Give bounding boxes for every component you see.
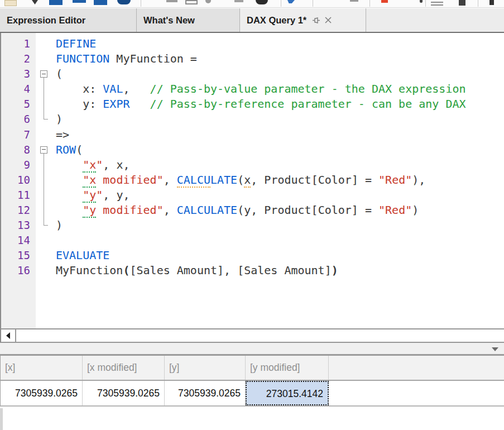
toolbar-icon-fragment[interactable] [94,0,107,5]
toolbar-icon-fragment[interactable] [117,0,131,4]
code-line[interactable]: 16MyFunction([Sales Amount], [Sales Amou… [1,263,504,278]
column-header[interactable]: [x] [1,356,83,380]
toolbar-separator [313,0,313,7]
code-text: ) [56,218,63,233]
code-line[interactable]: 1DEFINE [1,36,504,51]
code-line[interactable]: 8ROW( [1,142,504,157]
code-line[interactable]: 14 [1,233,504,248]
line-number: 15 [1,248,36,263]
window-edge [0,408,3,430]
toolbar-separator [281,0,281,7]
scroll-left-arrow-icon [6,332,10,339]
toolbar-icon-fragment[interactable] [185,0,198,4]
line-number: 8 [1,142,36,157]
tab-dax-query-1[interactable]: DAX Query 1* [240,8,366,32]
code-text: => [56,127,69,142]
column-header[interactable]: [x modified] [83,356,165,380]
code-line[interactable]: 10 "x modified", CALCULATE(x, Product[Co… [1,173,504,188]
toolbar-icon-fragment[interactable] [32,0,38,4]
results-grid-row: 7305939.02657305939.02657305939.02652730… [0,381,504,407]
fold-margin [36,97,56,112]
fold-margin [36,203,56,218]
toolbar-icon-fragment[interactable] [73,0,86,3]
code-line[interactable]: 3( [1,66,504,82]
toolbar-icon-fragment[interactable] [256,0,268,4]
toolbar-icon-fragment[interactable] [234,0,243,2]
results-grid-header: [x][x modified][y][y modified] [0,356,504,381]
tab-expression-editor[interactable]: Expression Editor [0,8,137,32]
line-number: 12 [1,203,36,218]
toolbar-icon-fragment[interactable] [489,0,494,5]
fold-collapse-icon[interactable] [36,142,56,157]
code-text: "y modified", CALCULATE(y, Product[Color… [56,203,419,218]
results-splitter[interactable] [0,343,504,356]
toolbar-icon-fragment[interactable] [431,2,443,3]
code-line[interactable]: 11 "y", y, [1,188,504,203]
line-number: 4 [1,82,36,97]
code-text: ( [56,66,63,82]
result-cell-selected[interactable]: 273015.4142 [246,381,329,405]
toolbar-icon-fragment[interactable] [350,0,358,2]
result-cell[interactable]: 7305939.0265 [1,381,83,405]
toolbar-separator [425,0,426,7]
line-number: 11 [1,188,36,203]
fold-collapse-icon[interactable] [36,66,56,82]
pin-icon[interactable] [312,16,320,25]
close-icon[interactable] [324,16,332,24]
line-number: 7 [1,127,36,142]
toolbar-strip [0,0,504,8]
code-line[interactable]: 7=> [1,127,504,142]
code-line[interactable]: 13) [1,218,504,233]
line-number: 9 [1,157,36,173]
line-number: 10 [1,173,36,188]
code-text: x: VAL, // Pass-by-value parameter - the… [56,82,466,97]
scroll-left-button[interactable] [1,329,16,342]
fold-margin [36,233,56,248]
code-line[interactable]: 6) [1,112,504,127]
toolbar-icon-fragment[interactable] [420,0,423,3]
code-line[interactable]: 4 x: VAL, // Pass-by-value parameter - t… [1,82,504,97]
tab-label: Expression Editor [7,15,85,26]
fold-margin [36,127,56,142]
fold-margin [36,157,56,173]
toolbar-icon-fragment[interactable] [205,0,211,3]
results-grid: [x][x modified][y][y modified] 7305939.0… [0,356,504,407]
code-line[interactable]: 15EVALUATE [1,248,504,263]
toolbar-icon-fragment[interactable] [287,0,295,3]
code-text: ROW( [56,142,83,157]
fold-margin [36,51,56,66]
document-tab-bar: Expression EditorWhat's NewDAX Query 1* [0,8,504,33]
code-text: FUNCTION MyFunction = [56,51,197,66]
toolbar-separator [478,0,478,7]
code-text: ) [56,112,63,127]
column-header[interactable]: [y modified] [246,356,329,380]
code-line[interactable]: 9 "x", x, [1,157,504,173]
code-line[interactable]: 12 "y modified", CALCULATE(y, Product[Co… [1,203,504,218]
code-line[interactable]: 5 y: EXPR // Pass-by-reference parameter… [1,97,504,112]
fold-margin [36,112,56,127]
result-cell[interactable]: 7305939.0265 [165,381,246,405]
line-number: 5 [1,97,36,112]
code-text: EVALUATE [56,248,109,263]
result-cell[interactable]: 7305939.0265 [83,381,165,405]
toolbar-icon-fragment[interactable] [381,0,388,3]
code-line[interactable]: 2FUNCTION MyFunction = [1,51,504,66]
toolbar-icon-fragment[interactable] [459,0,465,6]
fold-margin [36,82,56,97]
toolbar-icon-fragment[interactable] [49,0,63,5]
toolbar-icon-fragment[interactable] [166,0,177,2]
fold-margin [36,263,56,278]
code-text: "y", y, [56,188,129,203]
code-editor[interactable]: 1DEFINE2FUNCTION MyFunction =3(4 x: VAL,… [0,33,504,328]
fold-margin [36,248,56,263]
line-number: 3 [1,66,36,82]
fold-margin [36,173,56,188]
scroll-down-arrow-icon[interactable] [492,347,498,351]
tab-whats-new[interactable]: What's New [137,8,240,32]
toolbar-icon-fragment[interactable] [4,0,17,6]
toolbar-icon-fragment[interactable] [431,4,443,6]
tab-label: DAX Query 1* [247,15,306,26]
horizontal-scrollbar[interactable] [0,328,504,343]
code-text: y: EXPR // Pass-by-reference parameter -… [56,97,466,112]
column-header[interactable]: [y] [165,356,246,380]
